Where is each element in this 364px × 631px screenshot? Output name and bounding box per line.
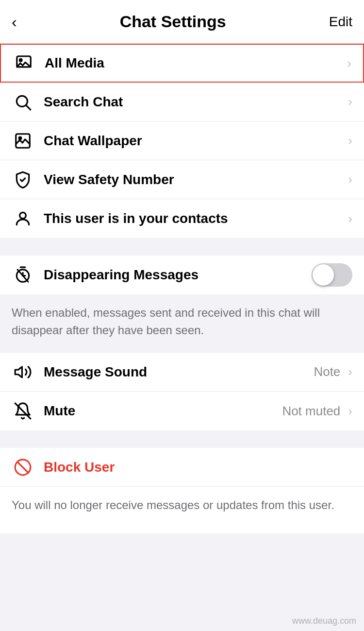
search-chat-item[interactable]: Search Chat › xyxy=(0,83,364,121)
chevron-icon: › xyxy=(348,133,352,148)
all-media-item[interactable]: All Media › xyxy=(0,44,364,83)
disappearing-messages-item[interactable]: Disappearing Messages xyxy=(0,256,364,294)
disappearing-messages-description: When enabled, messages sent and received… xyxy=(0,294,364,353)
wallpaper-icon xyxy=(12,130,34,152)
toggle-knob xyxy=(313,264,334,286)
svg-point-1 xyxy=(19,59,22,61)
block-icon xyxy=(12,456,34,478)
chevron-icon: › xyxy=(348,94,352,109)
block-user-description: You will no longer receive messages or u… xyxy=(0,487,364,533)
disappearing-messages-toggle[interactable] xyxy=(312,263,352,287)
svg-point-6 xyxy=(20,212,26,219)
chat-wallpaper-item[interactable]: Chat Wallpaper › xyxy=(0,121,364,160)
chevron-icon: › xyxy=(347,56,351,71)
watermark: www.deuag.com xyxy=(292,616,356,626)
chevron-icon: › xyxy=(348,211,352,226)
message-sound-item[interactable]: Message Sound Note › xyxy=(0,353,364,392)
chevron-icon: › xyxy=(348,172,352,187)
chevron-icon: › xyxy=(348,404,352,419)
user-in-contacts-item[interactable]: This user is in your contacts › xyxy=(0,199,364,238)
svg-line-15 xyxy=(17,461,28,472)
block-user-label: Block User xyxy=(44,460,115,475)
search-icon xyxy=(12,91,34,113)
mute-item[interactable]: Mute Not muted › xyxy=(0,392,364,430)
svg-marker-12 xyxy=(15,366,22,377)
view-safety-number-item[interactable]: View Safety Number › xyxy=(0,160,364,199)
mute-label: Mute xyxy=(44,403,282,419)
sound-icon xyxy=(12,361,34,383)
message-sound-label: Message Sound xyxy=(44,364,314,380)
search-chat-label: Search Chat xyxy=(44,94,344,110)
sound-section: Message Sound Note › Mute Not muted › xyxy=(0,353,364,430)
timer-icon xyxy=(12,264,34,286)
page-title: Chat Settings xyxy=(120,12,226,31)
message-sound-value: Note xyxy=(314,364,340,379)
chevron-icon: › xyxy=(348,364,352,379)
all-media-label: All Media xyxy=(45,55,343,71)
back-button[interactable]: ‹ xyxy=(12,14,17,30)
block-user-section: Block User You will no longer receive me… xyxy=(0,448,364,533)
header: ‹ Chat Settings Edit xyxy=(0,0,364,44)
user-in-contacts-label: This user is in your contacts xyxy=(44,211,344,226)
edit-button[interactable]: Edit xyxy=(329,14,352,30)
media-icon xyxy=(13,52,35,74)
chat-wallpaper-label: Chat Wallpaper xyxy=(44,133,344,149)
mute-value: Not muted xyxy=(282,404,340,419)
svg-point-5 xyxy=(19,137,21,139)
disappearing-messages-label: Disappearing Messages xyxy=(44,267,312,283)
view-safety-number-label: View Safety Number xyxy=(44,172,344,188)
main-settings-section: All Media › Search Chat › Chat Wallpaper… xyxy=(0,44,364,238)
svg-line-3 xyxy=(26,105,31,110)
shield-icon xyxy=(12,169,34,191)
disappearing-messages-section: Disappearing Messages When enabled, mess… xyxy=(0,256,364,353)
mute-icon xyxy=(12,400,34,422)
contact-icon xyxy=(12,207,34,230)
block-user-item[interactable]: Block User xyxy=(0,448,364,487)
